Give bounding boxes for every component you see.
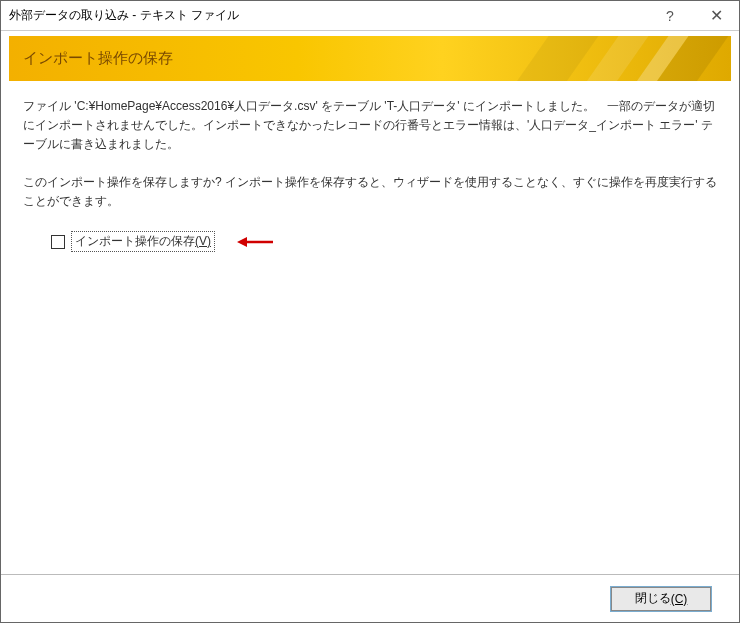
window-title: 外部データの取り込み - テキスト ファイル (9, 7, 647, 24)
checkbox-accelerator: (V) (195, 234, 211, 248)
svg-marker-1 (237, 237, 247, 247)
save-import-checkbox[interactable] (51, 235, 65, 249)
save-import-checkbox-label[interactable]: インポート操作の保存(V) (71, 231, 215, 252)
banner: インポート操作の保存 (9, 36, 731, 81)
arrow-left-icon (237, 235, 273, 249)
titlebar: 外部データの取り込み - テキスト ファイル ? ✕ (1, 1, 739, 31)
content-area: ファイル 'C:¥HomePage¥Access2016¥人口データ.csv' … (1, 81, 739, 574)
import-result-message: ファイル 'C:¥HomePage¥Access2016¥人口データ.csv' … (23, 97, 717, 155)
close-button-accelerator: (C) (671, 592, 688, 606)
help-button[interactable]: ? (647, 1, 693, 31)
save-import-checkbox-row: インポート操作の保存(V) (23, 231, 717, 252)
footer: 閉じる(C) (1, 574, 739, 622)
dialog-window: 外部データの取り込み - テキスト ファイル ? ✕ インポート操作の保存 ファ… (0, 0, 740, 623)
close-icon: ✕ (710, 6, 723, 25)
banner-title: インポート操作の保存 (23, 49, 173, 68)
checkbox-label-text: インポート操作の保存 (75, 234, 195, 248)
close-button[interactable]: 閉じる(C) (611, 587, 711, 611)
save-prompt-message: このインポート操作を保存しますか? インポート操作を保存すると、ウィザードを使用… (23, 173, 717, 211)
close-window-button[interactable]: ✕ (693, 1, 739, 31)
help-icon: ? (666, 8, 674, 24)
close-button-label: 閉じる (635, 590, 671, 607)
